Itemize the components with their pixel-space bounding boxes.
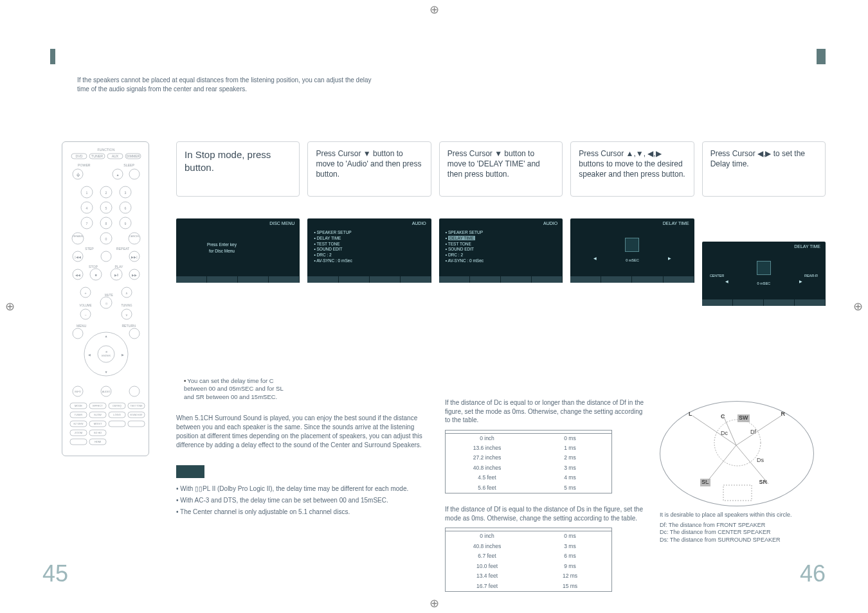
svg-text:◀◀: ◀◀ [75,273,80,277]
registration-mark-bottom: ⊕ [429,596,439,610]
svg-text:LOGO: LOGO [113,413,121,416]
registration-mark-right: ⊕ [853,299,863,314]
center-delay-table: 0 inch0 ms 13.6 inches1 ms 27.2 inches2 … [445,430,612,494]
svg-text:TUNER: TUNER [75,414,83,416]
svg-rect-107 [128,421,145,427]
svg-text:MUTE: MUTE [105,294,113,297]
svg-text:1: 1 [86,191,88,195]
center-delay-intro: If the distance of Dc is equal to or lon… [445,398,644,425]
svg-text:MODE: MODE [75,404,82,407]
step-5: Press Cursor ◀,▶ to set the Delay time. … [702,141,826,366]
svg-rect-121 [723,485,752,501]
intro-paragraph: If the speakers cannot be placed at equa… [77,76,379,93]
svg-text:POWER: POWER [78,163,91,167]
side-tab-right [817,49,826,64]
svg-text:3: 3 [125,191,127,195]
svg-text:DIMMER: DIMMER [126,154,140,158]
step-5-note: •You can set the delay time for C betwee… [184,377,289,401]
svg-text:SLOW: SLOW [94,413,102,416]
note-item-3: • The Center channel is only adjustable … [176,508,428,517]
svg-text:SD HD: SD HD [94,431,102,434]
svg-point-14 [129,169,140,179]
svg-text:6: 6 [125,206,127,210]
osd-screenshot-5: DELAY TIME CENTER REAR-R ◀ ▶ 0 mSEC [702,242,826,306]
svg-text:▲: ▲ [104,334,107,338]
svg-text:REPEAT: REPEAT [116,247,130,251]
svg-text:PLAY: PLAY [115,265,123,269]
surround-delay-table: 0 inch0 ms 40.8 inches3 ms 6.7 feet6 ms … [445,528,612,592]
svg-text:■: ■ [95,273,96,277]
svg-text:▶: ▶ [122,353,124,357]
svg-text:AUDIO: AUDIO [102,390,111,393]
svg-text:REMAIN: REMAIN [73,235,83,238]
svg-point-71 [73,328,83,339]
svg-text:ZOOM: ZOOM [75,431,82,434]
step-4-title: Press Cursor ▲,▼, ◀,▶ buttons to move to… [570,141,694,197]
note-icon [176,465,204,478]
svg-point-72 [129,328,140,339]
svg-text:∨: ∨ [125,313,128,317]
svg-text:⏻: ⏻ [77,173,80,177]
svg-text:∧: ∧ [125,291,128,295]
svg-text:▼: ▼ [104,370,107,374]
svg-line-120 [736,445,768,484]
svg-text:▶II: ▶II [114,273,119,277]
side-tab-left [50,49,55,64]
svg-text:RETURN: RETURN [122,324,136,328]
page-number-left: 45 [42,560,68,587]
osd-screenshot-1: DISC MENU Press Enter key for Disc Menu [176,218,300,283]
svg-text:MO/ST: MO/ST [94,422,102,425]
diagram-legend: Df: The distance from FRONT SPEAKER Dc: … [660,522,824,544]
svg-text:TUNER: TUNER [91,154,103,158]
svg-text:|◀◀: |◀◀ [75,255,80,259]
svg-text:0: 0 [105,237,107,241]
svg-text:DVD: DVD [76,154,83,158]
svg-line-119 [705,445,736,484]
diagram-caption: It is desirable to place all speakers wi… [660,511,824,519]
svg-text:TUNING: TUNING [121,304,132,307]
svg-text:STEP: STEP [85,247,94,251]
svg-text:−: − [84,313,86,317]
surround-explanation: When 5.1CH Surround Sound is played, you… [176,414,428,450]
svg-text:HDMI: HDMI [95,440,101,443]
lower-left-column: When 5.1CH Surround Sound is played, you… [176,414,428,519]
svg-text:EZ VIEW: EZ VIEW [74,423,84,425]
svg-text:SOUND EDIT: SOUND EDIT [130,414,143,416]
osd-screenshot-4: DELAY TIME ◀ ▶ 0 mSEC [570,218,694,283]
svg-text:CANCEL: CANCEL [129,235,140,238]
svg-text:INFO: INFO [75,390,81,393]
remote-function-label: FUNCTION [98,148,115,152]
note-box: • With ▯▯PL II (Dolby Pro Logic II), the… [176,465,428,517]
svg-text:⊕: ⊕ [105,350,107,353]
svg-text:4: 4 [86,206,88,210]
svg-text:8: 8 [105,222,107,226]
svg-text:+: + [84,291,86,295]
osd-screenshot-2: AUDIO • SPEAKER SETUP • DELAY TIME • TES… [307,218,431,283]
svg-point-115 [714,420,761,466]
step-1: In Stop mode, press button. DISC MENU Pr… [176,141,300,366]
svg-point-43 [101,251,111,262]
svg-text:AUX: AUX [112,154,119,158]
svg-text:9: 9 [125,222,127,226]
svg-text:STOP: STOP [89,265,98,269]
svg-text:▶▶|: ▶▶| [131,255,137,259]
svg-text:TEST TONE: TEST TONE [131,405,143,407]
svg-text:▶▶: ▶▶ [132,273,137,277]
svg-text:VOLUME: VOLUME [79,304,91,307]
svg-text:⦸: ⦸ [105,301,108,305]
surround-delay-intro: If the distance of Df is equal to the di… [445,505,644,522]
registration-mark-left: ⊕ [5,299,15,314]
svg-text:EFFECT: EFFECT [93,404,103,407]
osd-screenshot-3: AUDIO • SPEAKER SETUP • DELAY TIME • TES… [439,218,563,283]
registration-mark-top: ⊕ [429,3,439,17]
svg-text:ENTER: ENTER [102,354,111,357]
step-2: Press Cursor ▼ button to move to 'Audio'… [307,141,431,366]
svg-text:▲: ▲ [116,173,119,177]
step-1-title: In Stop mode, press button. [176,141,300,197]
svg-text:MENU: MENU [77,324,87,328]
svg-point-85 [129,386,140,396]
step-4: Press Cursor ▲,▼, ◀,▶ buttons to move to… [570,141,694,366]
svg-text:SLEEP: SLEEP [123,163,134,167]
step-3: Press Cursor ▼ button to move to 'DELAY … [439,141,563,366]
page-number-right: 46 [800,560,826,587]
